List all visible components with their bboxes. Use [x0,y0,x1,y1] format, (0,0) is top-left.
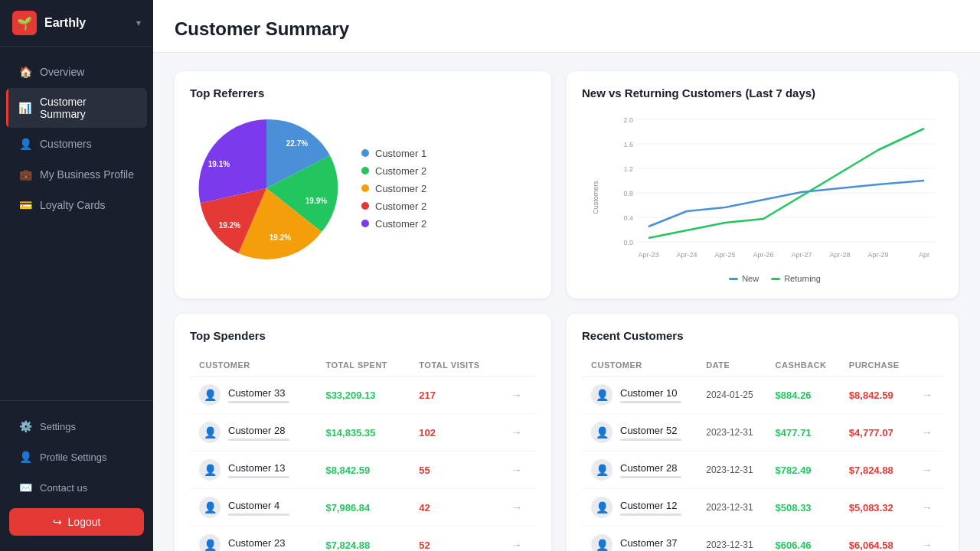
legend-label-5: Customer 2 [375,218,426,230]
legend-text-new: New [742,274,759,283]
sidebar-label-loyalty-cards: Loyalty Cards [40,199,106,211]
row-arrow[interactable]: → [511,464,522,476]
customer-bar [228,476,289,478]
rc-col-action [913,354,943,377]
svg-text:1.6: 1.6 [623,141,633,148]
sidebar-label-overview: Overview [40,66,84,78]
sidebar-item-business-profile[interactable]: 💼 My Business Profile [6,160,147,189]
legend-item-5: Customer 2 [361,218,426,230]
chart-legend: New Returning [606,274,943,283]
recent-customers-table: CUSTOMER DATE CASHBACK PURCHASE 👤 Custom… [582,354,943,551]
sidebar-label-customer-summary: Customer Summary [40,96,135,120]
legend-color-returning [771,278,780,280]
spender-customer-cell: 👤 Customer 23 [190,527,316,552]
customer-name: Customer 12 [620,500,681,511]
logo-icon: 🌱 [12,11,37,35]
sidebar-item-overview[interactable]: 🏠 Overview [6,57,147,86]
legend-item-2: Customer 2 [361,165,426,177]
customer-name: Customer 13 [228,462,289,474]
customer-name: Customer 33 [228,387,289,399]
sidebar-item-settings[interactable]: ⚙️ Settings [6,412,147,441]
rc-purchase: $8,842.59 [840,377,913,414]
svg-text:Apr-25: Apr-25 [714,251,735,259]
sidebar-label-settings: Settings [40,421,76,432]
row-arrow[interactable]: → [922,389,933,401]
chevron-down-icon: ▾ [136,18,141,28]
avatar: 👤 [199,497,220,518]
row-arrow[interactable]: → [922,464,933,476]
legend-label-2: Customer 2 [375,165,426,177]
sidebar-label-profile-settings: Profile Settings [40,452,106,463]
total-visits: 55 [410,452,501,489]
pie-section: 22.7% 19.9% 19.2% 19.2% 19.1% Customer 1 [190,112,536,265]
legend-text-returning: Returning [784,274,821,283]
page-header: Customer Summary [153,0,980,53]
rc-date: 2023-12-31 [697,489,766,527]
customer-bar [620,439,681,441]
row-arrow[interactable]: → [922,426,933,439]
rc-col-cashback: CASHBACK [766,354,840,377]
rc-customer-cell: 👤 Customer 12 [582,489,697,527]
sidebar-item-customer-summary[interactable]: 📊 Customer Summary [6,88,147,128]
recent-customers-title: Recent Customers [582,329,943,342]
main-content: Customer Summary Top Referrers [153,0,980,551]
svg-text:19.2%: 19.2% [270,233,291,242]
total-spent: $33,209.13 [316,377,410,414]
sidebar-logo[interactable]: 🌱 Earthly ▾ [0,0,153,47]
pie-chart: 22.7% 19.9% 19.2% 19.2% 19.1% [190,112,343,265]
rc-cashback: $884.26 [766,377,840,414]
sidebar-item-loyalty-cards[interactable]: 💳 Loyalty Cards [6,191,147,220]
rc-cashback: $782.49 [766,452,840,489]
sidebar-label-contact-us: Contact us [40,482,87,494]
dashboard-grid: Top Referrers [153,53,980,551]
table-row: 👤 Customer 10 2024-01-25 $884.26 $8,842.… [582,377,943,414]
top-referrers-card: Top Referrers [175,71,551,298]
row-arrow[interactable]: → [922,539,933,551]
top-spenders-title: Top Spenders [190,329,536,342]
row-arrow[interactable]: → [511,389,522,401]
rc-date: 2023-12-31 [697,527,766,552]
legend-new: New [729,274,759,283]
customer-bar [228,514,289,516]
y-axis-label: Customers [592,181,599,214]
row-arrow[interactable]: → [511,539,522,551]
row-arrow[interactable]: → [511,501,522,514]
rc-date: 2024-01-25 [697,377,766,414]
avatar: 👤 [591,384,612,406]
avatar: 👤 [591,459,612,481]
line-chart-svg: 2.0 1.6 1.2 0.8 0.4 0.0 Apr-23 Apr-24 Ap… [606,112,943,265]
table-row: 👤 Customer 37 2023-12-31 $606.46 $6,064.… [582,527,943,552]
legend-returning: Returning [771,274,821,283]
legend-dot-2 [361,167,369,174]
total-spent: $7,824.88 [316,527,410,552]
top-spenders-card: Top Spenders CUSTOMER TOTAL SPENT TOTAL … [175,314,551,551]
svg-text:Apr-29: Apr-29 [867,251,888,259]
total-visits: 217 [410,377,501,414]
mail-icon: ✉️ [18,481,32,494]
chart-icon: 📊 [18,101,32,115]
rc-customer-cell: 👤 Customer 52 [582,414,697,452]
briefcase-icon: 💼 [18,168,32,181]
sidebar-item-profile-settings[interactable]: 👤 Profile Settings [6,442,147,471]
svg-text:Apr-24: Apr-24 [676,251,697,259]
avatar: 👤 [199,422,220,443]
rc-purchase: $7,824.88 [840,452,913,489]
person-icon: 👤 [18,137,32,151]
customer-bar [620,476,681,478]
total-visits: 52 [410,527,501,552]
spender-customer-cell: 👤 Customer 28 [190,414,316,452]
sidebar-item-contact-us[interactable]: ✉️ Contact us [6,473,147,502]
rc-col-customer: CUSTOMER [582,354,697,377]
customer-name: Customer 28 [620,462,681,474]
avatar: 👤 [591,534,612,551]
table-row: 👤 Customer 28 2023-12-31 $782.49 $7,824.… [582,452,943,489]
row-arrow[interactable]: → [511,426,522,439]
sidebar-item-customers[interactable]: 👤 Customers [6,129,147,158]
rc-date: 2023-12-31 [697,414,766,452]
spender-customer-cell: 👤 Customer 4 [190,489,316,527]
logout-button[interactable]: ↪ Logout [9,508,144,536]
rc-col-date: DATE [697,354,766,377]
rc-purchase: $6,064.58 [840,527,913,552]
svg-text:0.8: 0.8 [623,190,633,197]
row-arrow[interactable]: → [922,501,933,514]
